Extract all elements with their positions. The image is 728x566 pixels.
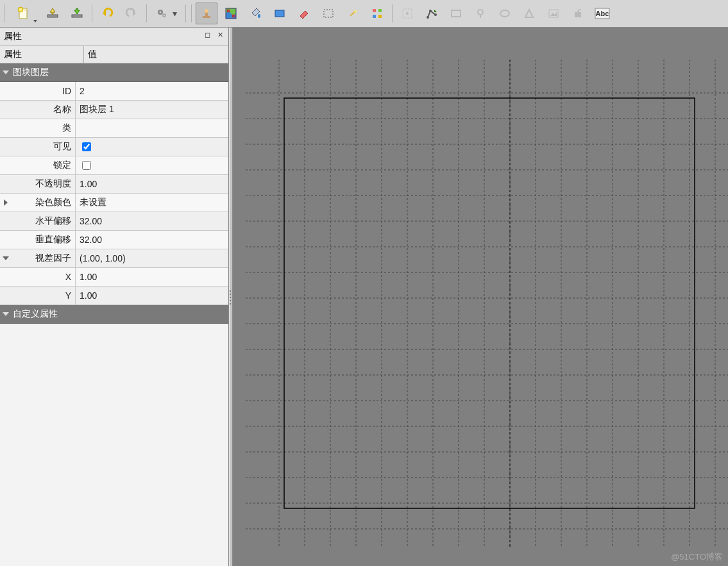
select-same-icon [371,7,384,20]
svg-rect-25 [378,15,382,18]
svg-rect-22 [373,9,376,12]
section-collapse-icon [3,312,9,316]
magic-wand-button[interactable] [342,3,364,24]
prop-name-label: 名称 [53,104,71,115]
edit-polygon-button[interactable] [421,3,443,24]
expand-icon[interactable] [4,199,8,206]
prop-row-hoff: 水平偏移 32.00 [0,212,228,231]
save-file-icon [70,6,84,21]
edit-object-button [396,3,418,24]
shape-fill-button[interactable] [269,3,291,24]
prop-id-label: ID [62,86,71,96]
prop-row-px: X 1.00 [0,268,228,287]
section-collapse-icon [3,71,9,74]
svg-marker-38 [550,12,557,16]
insert-rect-button [445,3,467,24]
prop-voff-label: 垂直偏移 [35,234,71,246]
prop-tint-value[interactable]: 未设置 [76,194,228,212]
prop-row-class: 类 [0,119,228,138]
new-file-icon [17,6,31,21]
open-file-button[interactable] [42,3,63,24]
panel-float-button[interactable]: ◻ [203,30,212,39]
map-canvas[interactable]: @51CTO博客 [233,28,728,566]
svg-rect-13 [203,16,210,18]
svg-rect-19 [275,10,284,17]
prop-row-voff: 垂直偏移 32.00 [0,231,228,249]
prop-tint-label: 染色颜色 [35,197,71,208]
header-val-cell[interactable]: 值 [84,46,228,63]
watermark: @51CTO博客 [671,551,723,563]
section-custom-label: 自定义属性 [13,308,58,320]
stamp-tool-button[interactable] [196,3,217,24]
insert-ellipse-button [494,3,516,24]
prop-locked-label: 锁定 [53,160,71,171]
svg-marker-36 [525,10,533,17]
insert-image-button [543,3,564,24]
dropdown-arrow-icon [33,20,37,22]
prop-opacity-value[interactable]: 1.00 [76,175,228,193]
section-custom[interactable]: 自定义属性 [0,305,228,324]
svg-point-12 [164,15,165,16]
bucket-fill-button[interactable] [244,3,266,24]
prop-py-value[interactable]: 1.00 [76,287,228,304]
prop-parallax-value[interactable]: (1.00, 1.00) [76,249,228,267]
rect-select-button[interactable] [317,3,339,24]
prop-locked-checkbox[interactable] [82,161,91,170]
undo-button[interactable] [96,3,118,24]
insert-template-button [567,3,589,24]
insert-polygon-icon [523,7,536,20]
svg-point-30 [434,13,437,16]
properties-header: 属性 值 [0,46,228,63]
prop-id-value[interactable]: 2 [76,82,228,100]
panel-close-button[interactable]: ✕ [216,30,224,39]
prop-voff-value[interactable]: 32.00 [76,231,228,249]
prop-px-value[interactable]: 1.00 [76,268,228,286]
prop-row-locked: 锁定 [0,156,228,175]
redo-button [121,3,142,24]
prop-row-tint: 染色颜色 未设置 [0,194,228,212]
header-key-cell[interactable]: 属性 [0,46,84,63]
svg-point-29 [429,10,432,12]
edit-object-icon [401,7,414,20]
custom-properties-area[interactable] [0,324,228,566]
svg-rect-20 [324,10,333,17]
terrain-tool-button[interactable] [220,3,242,24]
prop-visible-checkbox[interactable] [82,142,91,151]
properties-panel: 属性 ◻ ✕ 属性 值 图块图层 ID 2 名称 图块层 1 类 [0,28,229,566]
prop-row-opacity: 不透明度 1.00 [0,175,228,194]
insert-template-icon [571,7,584,20]
abc-label: Abc [596,10,609,17]
gears-icon [156,7,169,20]
svg-marker-4 [50,8,55,14]
svg-point-27 [406,12,409,15]
save-file-button[interactable] [66,3,88,24]
insert-text-button[interactable]: Abc [591,3,613,24]
svg-rect-39 [575,12,581,17]
collapse-icon[interactable] [3,256,9,260]
section-tilelayer-label: 图块图层 [13,67,49,78]
panel-title: 属性 ◻ ✕ [0,28,228,46]
prop-row-visible: 可见 [0,138,228,156]
prop-row-id: ID 2 [0,82,228,101]
prop-hoff-value[interactable]: 32.00 [76,212,228,230]
prop-row-py: Y 1.00 [0,287,228,305]
svg-marker-6 [74,8,80,14]
eraser-button[interactable] [293,3,315,24]
new-file-button[interactable] [8,3,39,24]
prop-class-value[interactable] [76,119,228,137]
insert-point-icon [474,7,487,20]
svg-rect-34 [480,15,481,18]
panel-title-label: 属性 [4,31,22,42]
select-same-button[interactable] [366,3,388,24]
prop-name-value[interactable]: 图块层 1 [76,101,228,119]
section-tilelayer[interactable]: 图块图层 [0,63,228,82]
magic-wand-icon [346,7,359,20]
terrain-icon [224,7,237,20]
svg-rect-32 [452,10,461,17]
prop-row-name: 名称 图块层 1 [0,101,228,119]
prop-parallax-label: 视差因子 [35,253,71,264]
svg-rect-24 [373,15,376,18]
edit-polygon-icon [425,7,438,20]
command-button[interactable]: ▾ [151,3,182,24]
prop-opacity-label: 不透明度 [35,178,71,190]
